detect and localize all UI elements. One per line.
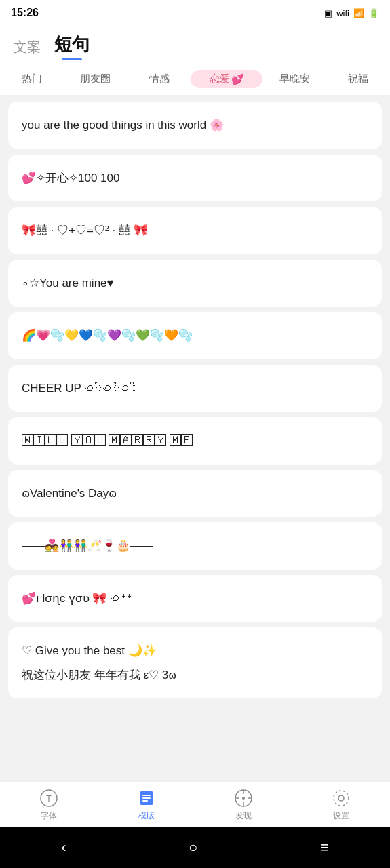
system-navigation: ‹ ○ ≡ (0, 827, 390, 868)
list-item[interactable]: 🎀囍 · ♡+♡=♡² · 囍 🎀 (8, 207, 382, 254)
list-item[interactable]: ɷValentine's Dayɷ (8, 470, 382, 517)
tab-love[interactable]: 恋爱 💕 (191, 70, 262, 88)
wifi-icon: wifi (336, 8, 349, 18)
list-item[interactable]: ♡ Give you the best 🌙✨ 祝这位小朋友 年年有我 ε♡ 3ɷ (8, 627, 382, 698)
list-item[interactable]: 💕ı lσɳє үσʋ 🎀 ꩜⁺⁺ (8, 575, 382, 623)
status-icons: ▣ wifi 📶 🔋 (324, 8, 379, 18)
status-bar: 15:26 ▣ wifi 📶 🔋 (0, 0, 390, 26)
tab-friends[interactable]: 朋友圈 (64, 70, 128, 88)
nav-font[interactable]: T 字体 (39, 789, 58, 822)
header-inactive-title[interactable]: 文案 (14, 38, 41, 56)
battery-full-icon: 🔋 (368, 8, 379, 18)
tab-blessing[interactable]: 祝福 (326, 70, 390, 88)
font-icon: T (39, 789, 58, 808)
header-active-title[interactable]: 短句 (54, 33, 90, 56)
header: 文案 短句 (0, 26, 390, 64)
discover-icon (234, 789, 253, 808)
list-item[interactable]: 💕✧开心✧100 100 (8, 155, 382, 202)
template-icon (137, 789, 156, 808)
signal-icon: 📶 (353, 8, 364, 18)
home-button[interactable]: ○ (189, 839, 197, 856)
list-item[interactable]: you are the good things in this world 🌸 (8, 102, 382, 149)
battery-icon: ▣ (324, 8, 332, 18)
tab-morning[interactable]: 早晚安 (262, 70, 326, 88)
list-item[interactable]: 🅆🄸🄻🄻 🅈🄾🅄 🄼🄰🅁🅁🅈 🄼🄴 (8, 417, 382, 465)
list-item[interactable]: ∘☆You are mine♥ (8, 260, 382, 307)
nav-template[interactable]: 模版 (137, 789, 156, 822)
list-item[interactable]: ——💑👫👫🥂🍷🎂—— (8, 522, 382, 570)
love-emoji: 💕 (231, 73, 244, 85)
list-item[interactable]: 🌈💗🫧💛💙🫧💜🫧💚🫧🧡🫧 (8, 312, 382, 359)
tab-emotion[interactable]: 情感 (128, 70, 191, 88)
svg-rect-4 (142, 797, 151, 799)
svg-point-7 (242, 797, 245, 800)
tab-hot[interactable]: 热门 (0, 70, 64, 88)
status-time: 15:26 (11, 7, 39, 19)
svg-point-13 (334, 791, 349, 806)
svg-rect-5 (142, 800, 148, 802)
bottom-navigation: T 字体 模版 发现 设置 (0, 781, 390, 827)
nav-discover[interactable]: 发现 (234, 789, 253, 822)
settings-icon (332, 789, 351, 808)
nav-settings[interactable]: 设置 (332, 789, 351, 822)
back-button[interactable]: ‹ (61, 839, 66, 856)
menu-button[interactable]: ≡ (320, 839, 329, 856)
svg-point-12 (338, 795, 344, 801)
content-area: you are the good things in this world 🌸 … (0, 95, 390, 781)
svg-text:T: T (46, 793, 52, 804)
list-item[interactable]: CHEER UP ꩜ᩚ꩜ᩚ꩜ᩚ (8, 365, 382, 412)
tab-navigation: 热门 朋友圈 情感 恋爱 💕 早晚安 祝福 (0, 64, 390, 95)
svg-rect-3 (142, 795, 151, 796)
